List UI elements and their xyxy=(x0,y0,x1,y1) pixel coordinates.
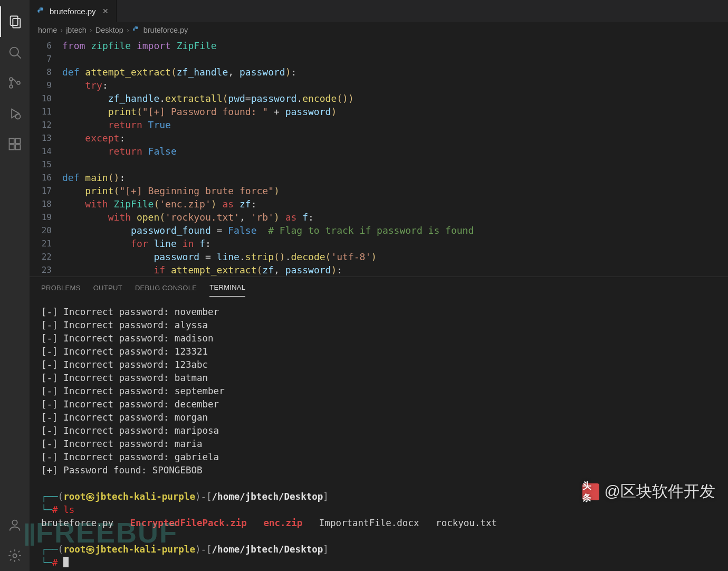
code-line[interactable]: 6from zipfile import ZipFile xyxy=(30,39,728,52)
svg-point-5 xyxy=(9,85,13,88)
code-line[interactable]: 16def main(): xyxy=(30,171,728,184)
tab-bar: bruteforce.py ✕ xyxy=(30,0,728,22)
code-content: with ZipFile('enc.zip') as zf: xyxy=(62,197,257,211)
code-line[interactable]: 11 print("[+] Password found: " + passwo… xyxy=(30,105,728,118)
svg-point-6 xyxy=(17,81,20,84)
terminal-line: [-] Incorrect password: alyssa xyxy=(41,319,716,332)
line-number: 7 xyxy=(30,52,62,65)
line-number: 17 xyxy=(30,184,62,197)
panel-tabs: PROBLEMS OUTPUT DEBUG CONSOLE TERMINAL xyxy=(30,277,728,298)
search-icon[interactable] xyxy=(0,37,30,68)
code-line[interactable]: 13 except: xyxy=(30,131,728,145)
code-content: try: xyxy=(62,79,108,92)
svg-line-3 xyxy=(17,55,21,59)
code-line[interactable]: 23 if attempt_extract(zf, password): xyxy=(30,263,728,277)
run-debug-icon[interactable] xyxy=(0,98,30,129)
line-number: 15 xyxy=(30,158,62,171)
breadcrumb-item[interactable]: Desktop xyxy=(95,26,123,34)
code-line[interactable]: 8def attempt_extract(zf_handle, password… xyxy=(30,65,728,79)
code-content: return False xyxy=(62,145,177,158)
line-number: 11 xyxy=(30,105,62,118)
code-content: if attempt_extract(zf, password): xyxy=(62,263,342,277)
line-number: 8 xyxy=(30,65,62,79)
terminal-line: [-] Incorrect password: september xyxy=(41,385,716,398)
code-content: zf_handle.extractall(pwd=password.encode… xyxy=(62,92,354,105)
python-file-icon xyxy=(37,7,45,15)
editor-tab-bruteforce[interactable]: bruteforce.py ✕ xyxy=(30,0,117,22)
code-content: def attempt_extract(zf_handle, password)… xyxy=(62,65,296,79)
code-line[interactable]: 9 try: xyxy=(30,79,728,92)
terminal-line xyxy=(41,530,716,543)
svg-point-4 xyxy=(9,78,13,81)
code-content: except: xyxy=(62,131,125,145)
tab-terminal[interactable]: TERMINAL xyxy=(209,279,245,297)
chevron-right-icon: › xyxy=(127,26,129,34)
svg-rect-9 xyxy=(9,139,14,144)
breadcrumb-item[interactable]: jbtech xyxy=(66,26,87,34)
terminal-line: bruteforce.py EncryptedFilePack.zip enc.… xyxy=(41,517,716,530)
code-content: print("[+] Password found: " + password) xyxy=(62,105,337,118)
line-number: 9 xyxy=(30,79,62,92)
extensions-icon[interactable] xyxy=(0,129,30,159)
code-content: password_found = False # Flag to track i… xyxy=(62,224,474,237)
code-line[interactable]: 18 with ZipFile('enc.zip') as zf: xyxy=(30,197,728,211)
activity-bar xyxy=(0,0,30,571)
breadcrumb-item[interactable]: home xyxy=(38,26,57,34)
code-line[interactable]: 15 xyxy=(30,158,728,171)
line-number: 21 xyxy=(30,237,62,250)
svg-rect-10 xyxy=(15,139,20,144)
code-content: for line in f: xyxy=(62,237,211,250)
terminal-line: [-] Incorrect password: 123abc xyxy=(41,358,716,372)
explorer-icon[interactable] xyxy=(0,6,30,37)
code-line[interactable]: 17 print("[+] Beginning brute force") xyxy=(30,184,728,197)
breadcrumb[interactable]: home › jbtech › Desktop › bruteforce.py xyxy=(30,22,728,38)
breadcrumb-item[interactable]: bruteforce.py xyxy=(132,26,188,34)
toutiao-logo-icon: 头条 xyxy=(582,483,599,500)
code-line[interactable]: 14 return False xyxy=(30,145,728,158)
terminal-line: [-] Incorrect password: december xyxy=(41,398,716,411)
line-number: 13 xyxy=(30,131,62,145)
svg-point-14 xyxy=(13,554,17,558)
code-line[interactable]: 10 zf_handle.extractall(pwd=password.enc… xyxy=(30,92,728,105)
terminal-line: [-] Incorrect password: mariposa xyxy=(41,424,716,437)
code-line[interactable]: 19 with open('rockyou.txt', 'rb') as f: xyxy=(30,211,728,224)
code-line[interactable]: 21 for line in f: xyxy=(30,237,728,250)
terminal-line: └─# ls xyxy=(41,503,716,517)
code-line[interactable]: 20 password_found = False # Flag to trac… xyxy=(30,224,728,237)
svg-point-13 xyxy=(12,520,17,525)
code-content: password = line.strip().decode('utf-8') xyxy=(62,250,377,263)
source-control-icon[interactable] xyxy=(0,68,30,98)
terminal-line: [-] Incorrect password: november xyxy=(41,306,716,319)
svg-point-8 xyxy=(15,114,20,119)
line-number: 19 xyxy=(30,211,62,224)
line-number: 22 xyxy=(30,250,62,263)
code-content: return True xyxy=(62,118,171,131)
svg-rect-12 xyxy=(15,145,20,149)
tab-output[interactable]: OUTPUT xyxy=(93,279,122,297)
terminal-line: [-] Incorrect password: batman xyxy=(41,372,716,385)
code-content: print("[+] Beginning brute force") xyxy=(62,184,280,197)
code-editor[interactable]: 6from zipfile import ZipFile78def attemp… xyxy=(30,38,728,277)
settings-gear-icon[interactable] xyxy=(0,540,30,571)
code-content: with open('rockyou.txt', 'rb') as f: xyxy=(62,211,314,224)
code-line[interactable]: 7 xyxy=(30,52,728,65)
terminal-line: [-] Incorrect password: maria xyxy=(41,437,716,451)
line-number: 10 xyxy=(30,92,62,105)
line-number: 12 xyxy=(30,118,62,131)
close-tab-icon[interactable]: ✕ xyxy=(102,7,109,15)
line-number: 18 xyxy=(30,197,62,211)
code-line[interactable]: 22 password = line.strip().decode('utf-8… xyxy=(30,250,728,263)
tab-filename: bruteforce.py xyxy=(50,7,96,16)
terminal-line: [-] Incorrect password: morgan xyxy=(41,411,716,424)
code-content: from zipfile import ZipFile xyxy=(62,39,217,52)
chevron-right-icon: › xyxy=(60,26,63,34)
tab-debug-console[interactable]: DEBUG CONSOLE xyxy=(135,279,197,297)
tab-problems[interactable]: PROBLEMS xyxy=(41,279,81,297)
svg-rect-11 xyxy=(9,145,14,149)
bottom-panel: PROBLEMS OUTPUT DEBUG CONSOLE TERMINAL [… xyxy=(30,277,728,571)
code-content: def main(): xyxy=(62,171,125,184)
code-line[interactable]: 12 return True xyxy=(30,118,728,131)
chevron-right-icon: › xyxy=(90,26,92,34)
account-icon[interactable] xyxy=(0,510,30,540)
terminal-output[interactable]: [-] Incorrect password: november[-] Inco… xyxy=(30,298,728,571)
